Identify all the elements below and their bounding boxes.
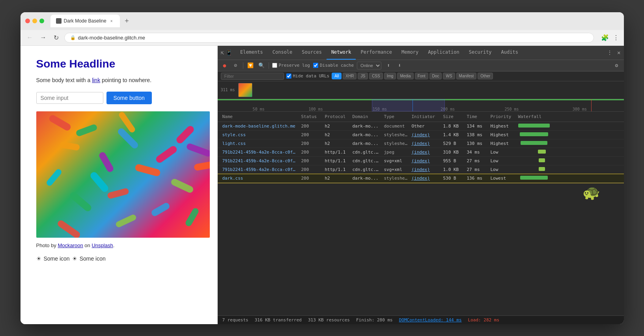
row4-initiator[interactable]: (index): [410, 158, 442, 164]
row3-protocol: http/1.1: [323, 149, 351, 156]
body-link[interactable]: link: [92, 77, 100, 83]
row6-name: dark.css: [221, 175, 300, 182]
row0-name: dark-mode-baseline.glitch.me: [221, 123, 300, 130]
filter-font-btn[interactable]: Font: [415, 73, 428, 79]
tab-audits[interactable]: Audits: [497, 46, 523, 60]
row6-waterfall: [517, 175, 621, 182]
clear-button[interactable]: ⊘: [232, 62, 240, 69]
dom-content-loaded[interactable]: DOMContentLoaded: 144 ms: [399, 317, 462, 323]
address-input[interactable]: 🔒 dark-mode-baseline.glitch.me: [64, 33, 594, 43]
row6-initiator[interactable]: (index): [410, 175, 442, 182]
some-input[interactable]: [36, 92, 103, 104]
tab-memory[interactable]: Memory: [397, 46, 423, 60]
minimize-window-button[interactable]: [32, 19, 37, 23]
preview-thumbnail[interactable]: [238, 83, 252, 97]
row2-wf-bar: [521, 141, 547, 145]
turtle-area: 🐢: [218, 183, 624, 203]
caption-text: Photo by: [36, 242, 58, 248]
row1-protocol: h2: [323, 131, 351, 138]
tab-close-button[interactable]: ×: [109, 18, 114, 24]
tab-performance[interactable]: Performance: [356, 46, 396, 60]
tab-console[interactable]: Console: [268, 46, 297, 60]
row5-initiator[interactable]: (index): [410, 166, 442, 173]
tab-sources[interactable]: Sources: [297, 46, 327, 60]
maximize-window-button[interactable]: [39, 19, 44, 23]
filter-js-btn[interactable]: JS: [358, 73, 368, 79]
row3-initiator[interactable]: (index): [410, 149, 442, 156]
filter-ws-btn[interactable]: WS: [443, 73, 455, 79]
network-toolbar: ● ⊘ 🔽 🔍 Preserve log Disable cache Onlin…: [218, 60, 624, 71]
table-row-highlighted[interactable]: dark.css 200 h2 dark-mo... stylesheet (i…: [218, 174, 624, 183]
tab-title: Dark Mode Baseline: [64, 18, 106, 24]
extensions-icon[interactable]: 🧩: [601, 34, 609, 41]
row5-domain: cdn.gltc...: [351, 166, 383, 173]
row1-time: 138 ms: [465, 131, 489, 138]
new-tab-button[interactable]: +: [121, 15, 133, 26]
device-toggle-icon[interactable]: 📱: [226, 49, 232, 56]
some-button[interactable]: Some button: [106, 92, 152, 104]
forward-button[interactable]: →: [39, 32, 48, 43]
col-type: Type: [383, 113, 410, 120]
filter-doc-btn[interactable]: Doc: [429, 73, 442, 79]
timeline-ruler: 50 ms 100 ms 150 ms 200 ms 250 ms 300 ms: [218, 99, 624, 112]
filter-other-btn[interactable]: Other: [478, 73, 493, 79]
caption-link1[interactable]: Mockaroon: [58, 242, 83, 248]
col-status: Status: [300, 113, 323, 120]
download-icon[interactable]: ⬇: [396, 62, 403, 69]
filter-xhr-btn[interactable]: XHR: [343, 73, 357, 79]
preserve-log-checkbox[interactable]: Preserve log: [272, 63, 310, 68]
page-body: Some body text with a link pointing to n…: [36, 76, 202, 84]
row2-time: 130 ms: [465, 140, 489, 147]
tab-network[interactable]: Network: [327, 46, 356, 60]
row5-time: 27 ms: [465, 166, 489, 173]
disable-cache-checkbox[interactable]: Disable cache: [313, 63, 354, 68]
filter-media-btn[interactable]: Media: [397, 73, 413, 79]
row6-size: 530 B: [442, 175, 465, 182]
address-text: dark-mode-baseline.glitch.me: [78, 35, 146, 41]
devtools-close-icon[interactable]: ✕: [617, 49, 620, 56]
network-table[interactable]: Name Status Protocol Domain Type Initiat…: [218, 112, 624, 315]
address-bar: ← → ↻ 🔒 dark-mode-baseline.glitch.me 🧩 ⋮: [21, 30, 624, 46]
back-button[interactable]: ←: [25, 32, 35, 43]
devtools-panel: ⇱ 📱 Elements Console Sources Network Per…: [218, 46, 624, 324]
hide-data-urls-checkbox[interactable]: Hide data URLs: [286, 73, 330, 79]
table-row[interactable]: 791b2241-459b-4a2e-8cca-c0fdc2... 200 ht…: [218, 157, 624, 165]
caption-link2[interactable]: Unsplash: [91, 242, 113, 248]
record-button[interactable]: ●: [221, 62, 229, 69]
filter-icon[interactable]: 🔽: [246, 62, 254, 69]
page-caption: Photo by Mockaroon on Unsplash.: [36, 242, 202, 248]
filter-css-btn[interactable]: CSS: [369, 73, 383, 79]
filter-input[interactable]: [221, 73, 284, 80]
sun-icon-1: ☀: [36, 255, 41, 262]
table-row[interactable]: 791b2241-459b-4a2e-8cca-c0fdc2... 200 ht…: [218, 165, 624, 174]
cursor-icon[interactable]: ⇱: [221, 49, 224, 56]
lock-icon: 🔒: [70, 35, 76, 40]
table-row[interactable]: dark-mode-baseline.glitch.me 200 h2 dark…: [218, 122, 624, 131]
tab-security[interactable]: Security: [464, 46, 497, 60]
settings-gear-icon[interactable]: ⚙: [613, 62, 621, 69]
devtools-more-icon[interactable]: ⋮: [607, 49, 612, 56]
more-options-icon[interactable]: ⋮: [613, 34, 619, 41]
row4-priority: Low: [489, 158, 517, 164]
close-window-button[interactable]: [25, 19, 30, 23]
throttle-select[interactable]: Online: [357, 62, 381, 69]
upload-icon[interactable]: ⬆: [385, 62, 392, 69]
filter-img-btn[interactable]: Img: [384, 73, 396, 79]
search-icon[interactable]: 🔍: [258, 62, 265, 69]
reload-button[interactable]: ↻: [52, 32, 60, 43]
table-row[interactable]: style.css 200 h2 dark-mo... stylesheet (…: [218, 131, 624, 139]
table-row[interactable]: light.css 200 h2 dark-mo... stylesheet (…: [218, 139, 624, 148]
filter-all-btn[interactable]: All: [332, 73, 342, 79]
row2-initiator[interactable]: (index): [410, 140, 442, 147]
finish-time: Finish: 280 ms: [356, 317, 393, 323]
filter-manifest-btn[interactable]: Manifest: [456, 73, 477, 79]
col-waterfall: Waterfall: [517, 113, 621, 120]
tab-elements[interactable]: Elements: [235, 46, 268, 60]
row0-type: document: [383, 123, 410, 130]
tab-application[interactable]: Application: [423, 46, 464, 60]
row1-initiator[interactable]: (index): [410, 131, 442, 138]
browser-tab[interactable]: Dark Mode Baseline ×: [50, 15, 120, 27]
row5-wf-bar: [539, 167, 545, 171]
table-row[interactable]: 791b2241-459b-4a2e-8cca-c0fdc2... 200 ht…: [218, 148, 624, 157]
row2-type: stylesheet: [383, 140, 410, 147]
